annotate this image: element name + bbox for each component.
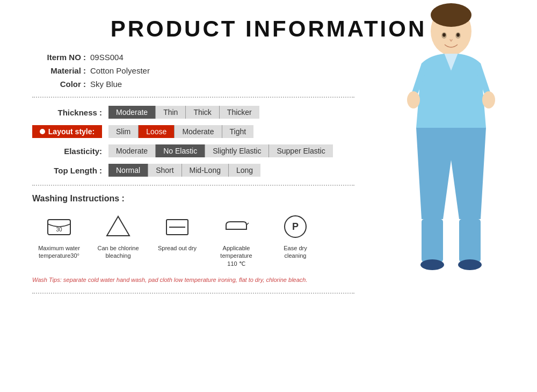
option-no-elastic[interactable]: No Elastic — [156, 144, 205, 157]
elasticity-label: Elasticity: — [32, 147, 102, 156]
option-short[interactable]: Short — [148, 164, 182, 177]
temp30-icon: 30 — [45, 212, 74, 241]
model-image — [376, 0, 526, 310]
option-mid-long[interactable]: Mid-Long — [182, 164, 229, 177]
svg-text:P: P — [292, 221, 299, 232]
svg-point-17 — [458, 259, 482, 270]
svg-point-21 — [456, 33, 460, 37]
top-length-label: Top Length : — [32, 166, 102, 175]
option-moderate-layout[interactable]: Moderate — [175, 125, 222, 138]
color-value: Sky Blue — [90, 79, 122, 89]
washing-title: Washing Instructions : — [32, 194, 354, 204]
washing-icons: 30 Maximum water temperature30° Can be c… — [38, 212, 354, 267]
item-value: 09SS004 — [90, 53, 124, 62]
elasticity-options: Moderate No Elastic Slightly Elastic Sup… — [108, 144, 333, 157]
top-length-row: Top Length : Normal Short Mid-Long Long — [32, 164, 354, 177]
drycleaning-icon: P — [281, 212, 310, 241]
option-supper-elastic[interactable]: Supper Elastic — [269, 144, 332, 157]
option-slightly-elastic[interactable]: Slightly Elastic — [205, 144, 269, 157]
option-loose[interactable]: Loose — [139, 125, 175, 138]
wash-icon-temp30: 30 Maximum water temperature30° — [38, 212, 81, 260]
product-info: Iterm NO : 09SS004 Material : Cotton Pol… — [32, 53, 354, 89]
divider-3 — [32, 293, 354, 294]
option-thick[interactable]: Thick — [186, 106, 219, 119]
option-long[interactable]: Long — [229, 164, 260, 177]
temp30-label: Maximum water temperature30° — [38, 244, 81, 260]
wash-icon-bleach: Can be chlorine bleaching — [97, 212, 140, 260]
bleach-label: Can be chlorine bleaching — [97, 244, 140, 260]
option-thin[interactable]: Thin — [156, 106, 186, 119]
color-label: Color : — [32, 79, 86, 89]
model-panel — [365, 53, 505, 302]
svg-rect-15 — [459, 219, 481, 262]
option-tight[interactable]: Tight — [222, 125, 254, 138]
layout-row: Layout style: Slim Loose Moderate Tight — [32, 125, 354, 138]
spec-section: Thickness : Moderate Thin Thick Thicker … — [32, 106, 354, 177]
top-length-options: Normal Short Mid-Long Long — [108, 164, 260, 177]
material-value: Cotton Polyester — [90, 66, 150, 75]
iron-icon — [222, 212, 251, 241]
option-moderate[interactable]: Moderate — [108, 106, 156, 119]
option-moderate-elastic[interactable]: Moderate — [108, 144, 156, 157]
svg-point-20 — [442, 33, 446, 37]
layout-label-text: Layout style: — [48, 127, 95, 136]
divider-2 — [32, 185, 354, 186]
item-label: Iterm NO : — [32, 53, 86, 62]
wash-icon-drycleaning: P Ease dry cleaning — [274, 212, 317, 260]
thickness-options: Moderate Thin Thick Thicker — [108, 106, 259, 119]
thickness-label: Thickness : — [32, 108, 102, 117]
bleach-icon — [104, 212, 133, 241]
divider-1 — [32, 97, 354, 98]
material-label: Material : — [32, 66, 86, 75]
radio-icon — [40, 129, 45, 134]
wash-icon-iron: Applicable temperature 110 ℃ — [215, 212, 258, 267]
drycleaning-label: Ease dry cleaning — [274, 244, 317, 260]
svg-marker-2 — [107, 216, 129, 236]
spread-label: Spread out dry — [158, 244, 197, 252]
spread-icon — [163, 212, 192, 241]
layout-options: Slim Loose Moderate Tight — [108, 125, 253, 138]
layout-label: Layout style: — [32, 125, 102, 138]
option-slim[interactable]: Slim — [108, 125, 139, 138]
elasticity-row: Elasticity: Moderate No Elastic Slightly… — [32, 144, 354, 157]
wash-tips: Wash Tips: separate cold water hand wash… — [32, 275, 354, 285]
svg-rect-14 — [422, 219, 443, 262]
washing-section: Washing Instructions : 30 Maximum water … — [32, 194, 354, 285]
thickness-row: Thickness : Moderate Thin Thick Thicker — [32, 106, 354, 119]
svg-point-12 — [407, 91, 420, 108]
svg-text:30: 30 — [56, 227, 62, 233]
option-normal[interactable]: Normal — [108, 164, 148, 177]
option-thicker[interactable]: Thicker — [220, 106, 259, 119]
svg-point-13 — [482, 91, 495, 108]
iron-label: Applicable temperature 110 ℃ — [215, 244, 258, 267]
svg-point-10 — [431, 3, 471, 27]
wash-icon-spread: Spread out dry — [156, 212, 199, 252]
svg-point-16 — [420, 259, 444, 270]
